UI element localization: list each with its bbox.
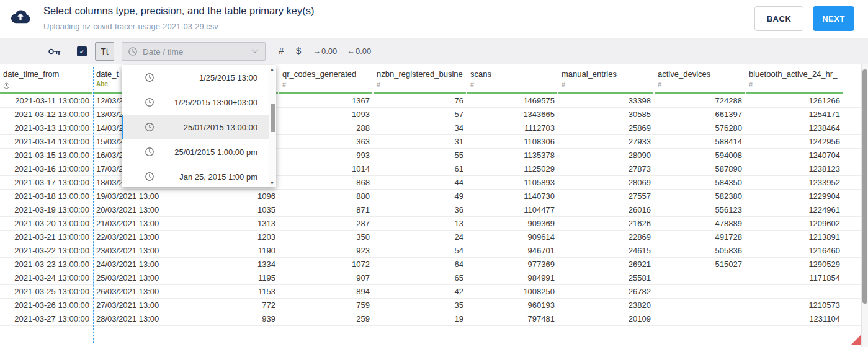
- cell: 2021-03-17 13:00:00: [0, 176, 93, 190]
- cell: 1334: [186, 258, 279, 271]
- cell: 1108306: [467, 135, 558, 149]
- cell: 584350: [655, 176, 746, 190]
- clock-icon: [145, 72, 154, 82]
- cell: [655, 271, 746, 285]
- cell: 49: [374, 190, 467, 203]
- cell: 36: [374, 203, 467, 217]
- menu-scrollbar[interactable]: ▲ ▼: [269, 65, 276, 187]
- cell: 1105893: [467, 176, 558, 190]
- format-option-label: 1/25/2015 13:00: [161, 73, 257, 82]
- column-name: manual_entries: [562, 69, 653, 79]
- format-option-label: 1/25/2015 13:00+03:00: [161, 98, 257, 107]
- scroll-down-icon[interactable]: ▼: [270, 181, 274, 185]
- cell: 1261266: [746, 94, 844, 108]
- page-scrollbar[interactable]: [861, 38, 868, 347]
- column-name: scans: [470, 69, 557, 79]
- table-row: 2021-03-20 13:00:0021/03/2021 13:0013132…: [0, 217, 862, 231]
- arrow-right-icon: →: [313, 46, 321, 56]
- column-header-qr_codes_generated[interactable]: qr_codes_generated#: [279, 67, 374, 94]
- datetime-format-dropdown[interactable]: Date / time: [122, 42, 266, 61]
- format-option-label: 25/01/2015 1:00:00 pm: [161, 147, 257, 157]
- column-header-bluetooth_active_24_hr_[interactable]: bluetooth_active_24_hr_#: [746, 67, 844, 94]
- cell: 1112703: [467, 121, 558, 135]
- cell: 868: [279, 176, 374, 190]
- dropdown-selected-value: Date / time: [143, 47, 183, 56]
- cell: 287: [279, 217, 374, 231]
- next-button[interactable]: NEXT: [813, 6, 854, 31]
- cell: 19/03/2021 13:00: [93, 190, 186, 203]
- format-option[interactable]: 25/01/2015 1:00:00 pm: [122, 139, 276, 164]
- cell: 259: [279, 312, 374, 326]
- clock-icon: [145, 122, 154, 132]
- table-row: 2021-03-23 13:00:0024/03/2021 13:0013341…: [0, 258, 862, 271]
- cell: 1313: [186, 217, 279, 231]
- currency-type-button[interactable]: $: [296, 45, 301, 56]
- cell: 1254171: [746, 108, 844, 121]
- cell: 2021-03-14 13:00:00: [0, 135, 93, 149]
- cell: 1367: [279, 94, 374, 108]
- cell: 35: [374, 299, 467, 312]
- cell: 25581: [558, 271, 655, 285]
- cell: 25/03/2021 13:00: [93, 271, 186, 285]
- cell: 2021-03-13 13:00:00: [0, 121, 93, 135]
- cell: 1242956: [746, 135, 844, 149]
- column-header-manual_entries[interactable]: manual_entries#: [558, 67, 655, 94]
- decrease-precision-button[interactable]: ←0.00: [347, 46, 371, 56]
- cell: 2021-03-21 13:00:00: [0, 231, 93, 244]
- format-option[interactable]: 1/25/2015 13:00: [122, 65, 276, 90]
- cell: 1035: [186, 203, 279, 217]
- cell: 24615: [558, 244, 655, 258]
- cell: 23820: [558, 299, 655, 312]
- cell: 1224961: [746, 203, 844, 217]
- cell: 588414: [655, 135, 746, 149]
- selected-column-left-guide: [93, 67, 94, 343]
- cell: 1231104: [746, 312, 844, 326]
- integer-type-button[interactable]: #: [279, 45, 284, 56]
- cell: 1203: [186, 231, 279, 244]
- format-option[interactable]: 1/25/2015 13:00+03:00: [122, 90, 276, 115]
- cell: 1093: [279, 108, 374, 121]
- menu-scrollbar-thumb[interactable]: [271, 104, 275, 132]
- cell: 28/03/2021 13:00: [93, 312, 186, 326]
- column-checked-checkbox[interactable]: ✓: [77, 46, 87, 56]
- column-name: bluetooth_active_24_hr_: [749, 69, 843, 79]
- cell: 2021-03-20 13:00:00: [0, 217, 93, 231]
- column-header-active_devices[interactable]: active_devices#: [655, 67, 746, 94]
- cell: 1171854: [746, 271, 844, 285]
- cell: 42: [374, 285, 467, 299]
- cell: 960193: [467, 299, 558, 312]
- back-button[interactable]: BACK: [754, 6, 803, 31]
- cell: 1238123: [746, 162, 844, 176]
- cell: 909614: [467, 231, 558, 244]
- column-header-date_time_from[interactable]: date_time_from: [0, 67, 93, 94]
- column-header-scans[interactable]: scans#: [467, 67, 558, 94]
- cell: 587890: [655, 162, 746, 176]
- number-type-marker: #: [377, 81, 380, 88]
- increase-precision-label: 0.00: [321, 46, 337, 56]
- cell: 993: [279, 149, 374, 162]
- format-option[interactable]: Jan 25, 2015 1:00 pm: [122, 164, 276, 187]
- column-header-nzbn_registered_busine[interactable]: nzbn_registered_busine#: [374, 67, 467, 94]
- cell: 977369: [467, 258, 558, 271]
- scroll-up-icon[interactable]: ▲: [270, 67, 274, 71]
- cell: 505836: [655, 244, 746, 258]
- cell: 1240704: [746, 149, 844, 162]
- cell: 1135378: [467, 149, 558, 162]
- primary-key-icon[interactable]: [48, 46, 61, 59]
- table-row: 2021-03-24 13:00:0025/03/2021 13:0011959…: [0, 271, 862, 285]
- cell: 2021-03-11 13:00:00: [0, 94, 93, 108]
- upload-filename-subtitle: Uploading nz-covid-tracer-usage-2021-03-…: [43, 22, 218, 31]
- clock-icon: [145, 172, 154, 182]
- increase-precision-button[interactable]: →0.00: [313, 46, 337, 56]
- cell: 556123: [655, 203, 746, 217]
- column-name: qr_codes_generated: [282, 69, 372, 79]
- table-row: 2021-03-25 13:00:0026/03/2021 13:0011538…: [0, 285, 862, 299]
- format-option[interactable]: 25/01/2015 13:00:00: [122, 115, 276, 139]
- cell: 759: [279, 299, 374, 312]
- cell: 28090: [558, 149, 655, 162]
- page-scrollbar-thumb[interactable]: [862, 69, 867, 304]
- cell: 30585: [558, 108, 655, 121]
- cell: 1216460: [746, 244, 844, 258]
- text-type-button[interactable]: Tt: [95, 42, 114, 61]
- cell: 2021-03-23 13:00:00: [0, 258, 93, 271]
